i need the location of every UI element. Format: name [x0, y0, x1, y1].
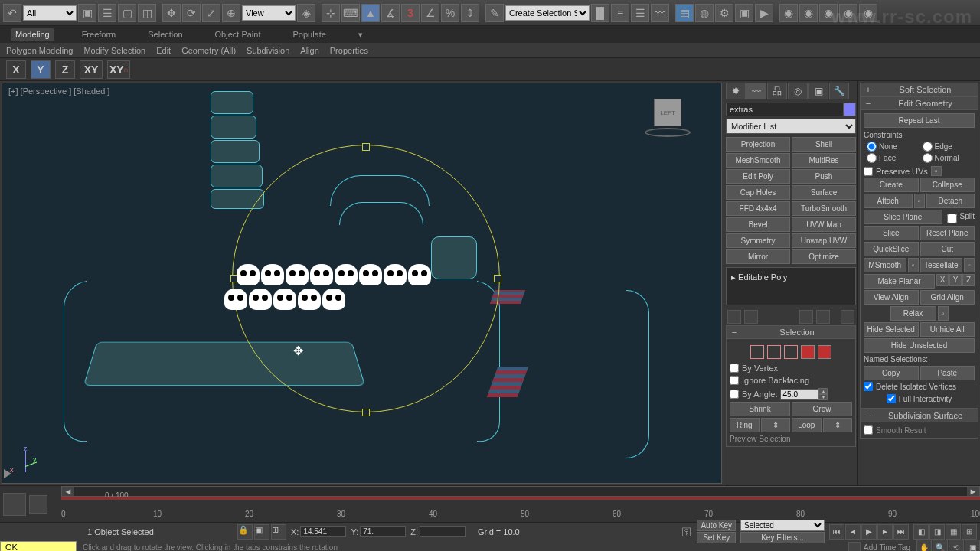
selection-filter-dropdown[interactable]: All: [23, 5, 77, 21]
hierarchy-tab-icon[interactable]: 品: [767, 83, 787, 99]
object-name-input[interactable]: [726, 103, 844, 116]
subrib-modify-selection[interactable]: Modify Selection: [80, 45, 149, 56]
slice-button[interactable]: Slice: [864, 226, 919, 240]
timeline-mini-icon[interactable]: [29, 495, 47, 514]
axis-y-button[interactable]: Y: [31, 60, 51, 79]
y-coord-input[interactable]: [360, 526, 406, 537]
subrib-geometry-all[interactable]: Geometry (All): [178, 45, 239, 56]
mod-meshsmooth[interactable]: MeshSmooth: [726, 153, 790, 168]
viewcube[interactable]: LEFT: [637, 99, 698, 145]
ribbon-dropdown-icon[interactable]: ▾: [354, 28, 368, 41]
layers-icon[interactable]: ☰: [631, 4, 649, 22]
planar-x[interactable]: X: [936, 274, 949, 286]
show-end-result-icon[interactable]: [744, 310, 758, 324]
display-tab-icon[interactable]: ▣: [808, 83, 828, 99]
x-coord-input[interactable]: [300, 526, 346, 537]
paste-button[interactable]: Paste: [920, 366, 975, 380]
play-icon[interactable]: ▶: [861, 524, 877, 540]
keyboard-icon[interactable]: ⌨: [341, 4, 360, 22]
border-subobj-icon[interactable]: [784, 345, 798, 359]
unhide-all-button[interactable]: Unhide All: [920, 322, 975, 337]
mod-unwrapuvw[interactable]: Unwrap UVW: [792, 233, 856, 248]
mirror-icon[interactable]: ▐▌: [591, 4, 609, 22]
loop-spinner[interactable]: ⇕: [823, 418, 853, 432]
object-color-swatch[interactable]: [844, 103, 856, 116]
copy-button[interactable]: Copy: [864, 366, 919, 380]
subdiv-surface-rollout[interactable]: −Subdivision Surface: [860, 409, 978, 422]
mod-projection[interactable]: Projection: [726, 137, 790, 152]
polygon-subobj-icon[interactable]: [801, 345, 815, 359]
subrib-edit[interactable]: Edit: [153, 45, 174, 56]
coord-system-dropdown[interactable]: View: [242, 5, 296, 21]
tessellate-button[interactable]: Tessellate: [920, 258, 963, 272]
tab-selection[interactable]: Selection: [143, 28, 187, 41]
lock-selection-icon[interactable]: 🔒: [237, 524, 253, 540]
axis-xy-lock-button[interactable]: XY⌂: [107, 60, 130, 79]
motion-tab-icon[interactable]: ◎: [788, 83, 808, 99]
mod-uvwmap[interactable]: UVW Map: [792, 217, 856, 232]
key-icon[interactable]: ⚿: [681, 526, 692, 538]
schematic-icon[interactable]: ✎: [485, 4, 504, 22]
timeline-ruler[interactable]: 0 10 20 30 40 50 60 70 80 90 100: [61, 497, 980, 518]
render-setup-icon[interactable]: ⚙: [715, 4, 733, 22]
curve-editor-icon[interactable]: 〰: [651, 4, 669, 22]
constraint-normal-radio[interactable]: [923, 153, 933, 163]
tab-populate[interactable]: Populate: [288, 28, 330, 41]
snap-toggle-icon[interactable]: ▲: [361, 4, 380, 22]
viewport-nav-1[interactable]: ✋: [916, 540, 932, 551]
angle-icon[interactable]: ∠: [421, 4, 439, 22]
tab-modeling[interactable]: Modeling: [11, 28, 54, 41]
viewport-nav-2[interactable]: 🔍: [933, 540, 948, 551]
ignore-backfacing-checkbox[interactable]: [730, 376, 739, 385]
teapot1-icon[interactable]: ◉: [779, 4, 798, 22]
selection-lock-icon[interactable]: ⊞: [271, 524, 286, 540]
reset-plane-button[interactable]: Reset Plane: [920, 226, 975, 240]
mod-turbosmooth[interactable]: TurboSmooth: [792, 201, 856, 216]
cut-button[interactable]: Cut: [920, 242, 975, 256]
split-checkbox[interactable]: [947, 213, 957, 224]
modify-tab-icon[interactable]: 〰: [746, 83, 766, 99]
mod-optimize[interactable]: Optimize: [792, 249, 856, 264]
snap3-icon[interactable]: 3: [401, 4, 420, 22]
nav-icon-3[interactable]: ▦: [946, 524, 961, 540]
stack-editable-poly[interactable]: ▸ Editable Poly: [730, 271, 852, 284]
hide-unselected-button[interactable]: Hide Unselected: [864, 338, 975, 353]
mod-editpoly[interactable]: Edit Poly: [726, 169, 790, 184]
soft-selection-rollout[interactable]: +Soft Selection: [860, 83, 978, 96]
material-editor-icon[interactable]: ◍: [695, 4, 714, 22]
create-tab-icon[interactable]: ✸: [726, 83, 746, 99]
subrib-align[interactable]: Align: [297, 45, 322, 56]
relax-button[interactable]: Relax: [890, 306, 936, 321]
by-angle-checkbox[interactable]: [730, 390, 739, 399]
percent-icon[interactable]: %: [441, 4, 459, 22]
constraint-face-radio[interactable]: [867, 153, 877, 163]
edge-subobj-icon[interactable]: [767, 345, 781, 359]
teapot2-icon[interactable]: ◉: [799, 4, 818, 22]
msmooth-settings[interactable]: ▫: [908, 258, 919, 272]
play-indicator-icon[interactable]: [4, 469, 11, 478]
nav-icon-2[interactable]: ◨: [929, 524, 945, 540]
constraint-edge-radio[interactable]: [923, 142, 933, 152]
prev-frame-icon[interactable]: ◄: [845, 524, 861, 540]
tess-settings[interactable]: ▫: [964, 258, 975, 272]
key-filters-button[interactable]: Key Filters...: [740, 532, 825, 543]
planar-y[interactable]: Y: [949, 274, 962, 286]
loop-button[interactable]: Loop: [792, 418, 822, 432]
window-crossing-icon[interactable]: ◫: [138, 4, 156, 22]
grid-align-button[interactable]: Grid Align: [920, 290, 975, 305]
shrink-button[interactable]: Shrink: [730, 402, 790, 416]
scale-icon[interactable]: ⤢: [202, 4, 220, 22]
select-icon[interactable]: ▣: [78, 4, 96, 22]
mod-symmetry[interactable]: Symmetry: [726, 233, 790, 248]
create-button[interactable]: Create: [864, 178, 919, 192]
mod-ffd[interactable]: FFD 4x4x4: [726, 201, 790, 216]
pivot-icon[interactable]: ◈: [297, 4, 315, 22]
modifier-stack[interactable]: ▸ Editable Poly: [726, 267, 856, 305]
undo-icon[interactable]: ↶: [3, 4, 21, 22]
configure-sets-icon[interactable]: [841, 310, 854, 324]
timeline-next[interactable]: ►: [967, 487, 979, 496]
planar-z[interactable]: Z: [962, 274, 975, 286]
mod-push[interactable]: Push: [792, 169, 856, 184]
align-icon[interactable]: ≡: [611, 4, 629, 22]
rect-select-icon[interactable]: ▢: [118, 4, 136, 22]
